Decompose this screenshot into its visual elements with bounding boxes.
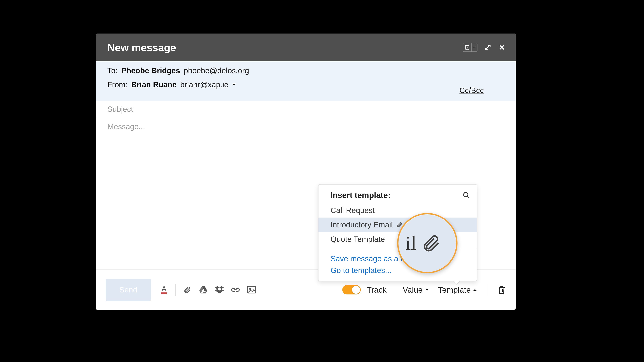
paperclip-icon — [183, 286, 191, 294]
divider — [176, 284, 176, 296]
caret-down-icon — [425, 289, 429, 291]
to-label: To: — [107, 66, 118, 75]
from-label: From: — [107, 80, 128, 89]
dropbox-button[interactable] — [215, 285, 224, 295]
caret-up-icon — [473, 289, 477, 291]
subject-row — [96, 100, 516, 118]
send-button[interactable]: Send — [106, 279, 151, 301]
template-popover: Insert template: Call Request Introducto… — [318, 184, 477, 281]
caret-down-icon — [232, 83, 236, 86]
popout-caret[interactable] — [472, 43, 477, 51]
close-icon — [499, 44, 505, 50]
template-search-button[interactable] — [463, 192, 470, 199]
attach-button[interactable] — [182, 285, 192, 295]
subject-input[interactable] — [107, 105, 504, 114]
link-button[interactable] — [231, 285, 240, 295]
track-label[interactable]: Track — [367, 285, 386, 295]
paperclip-icon — [421, 233, 441, 253]
to-row[interactable]: To: Pheobe Bridges phoebe@delos.org — [107, 66, 504, 75]
from-row[interactable]: From: Brian Ruane brianr@xap.ie — [107, 80, 504, 89]
template-item-label: Quote Template — [330, 235, 385, 244]
to-name: Pheobe Bridges — [121, 66, 180, 75]
svg-rect-2 — [161, 293, 167, 294]
paperclip-icon — [396, 222, 402, 228]
to-email: phoebe@delos.org — [184, 66, 249, 75]
template-dropdown[interactable]: Template — [438, 285, 477, 295]
magnifier-text: il — [405, 232, 416, 255]
caret-down-icon — [473, 46, 476, 48]
template-label: Template — [438, 285, 471, 295]
compose-window: New message — [96, 33, 516, 310]
divider — [488, 284, 488, 296]
address-block: To: Pheobe Bridges phoebe@delos.org From… — [96, 61, 516, 100]
expand-button[interactable] — [484, 44, 492, 51]
google-drive-icon — [199, 286, 208, 294]
text-color-icon — [160, 285, 168, 295]
value-dropdown[interactable]: Value — [403, 285, 429, 295]
template-item-label: Introductory Email — [330, 220, 393, 229]
template-item-label: Call Request — [330, 206, 375, 215]
image-icon — [247, 286, 256, 294]
link-icon — [231, 287, 240, 293]
track-toggle[interactable] — [342, 285, 361, 295]
svg-point-4 — [250, 288, 251, 290]
popout-icon — [465, 45, 470, 50]
compose-header: New message — [96, 33, 516, 61]
popover-header: Insert template: — [318, 185, 477, 203]
text-color-button[interactable] — [159, 285, 169, 295]
close-button[interactable] — [498, 44, 506, 51]
search-icon — [463, 192, 470, 199]
popout-button[interactable] — [463, 43, 472, 51]
image-button[interactable] — [247, 285, 256, 295]
header-controls — [463, 43, 506, 52]
popout-group — [463, 43, 478, 52]
formatting-tools — [159, 284, 256, 296]
drive-button[interactable] — [198, 285, 208, 295]
expand-icon — [484, 44, 491, 51]
popover-title: Insert template: — [330, 191, 390, 200]
from-name: Brian Ruane — [131, 80, 176, 89]
compose-title: New message — [107, 41, 463, 53]
svg-point-1 — [464, 192, 468, 197]
magnifier-callout: il — [397, 213, 458, 273]
from-email: brianr@xap.ie — [180, 80, 228, 89]
ccbcc-link[interactable]: Cc/Bcc — [459, 86, 484, 95]
trash-icon — [498, 285, 506, 294]
value-label: Value — [403, 285, 422, 295]
discard-button[interactable] — [498, 285, 506, 294]
template-item-0[interactable]: Call Request — [318, 203, 477, 218]
dropbox-icon — [215, 286, 224, 294]
toggle-knob — [352, 286, 360, 294]
